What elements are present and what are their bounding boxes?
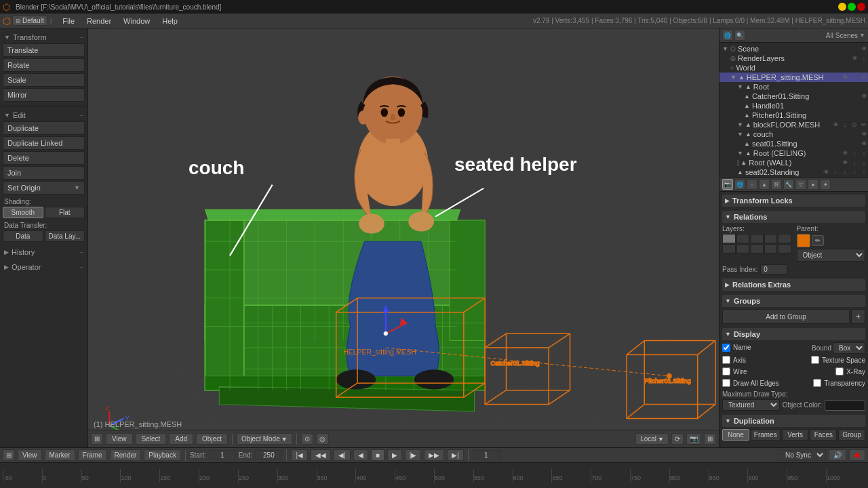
seat01-eye[interactable]: 👁 (860, 140, 868, 147)
close-btn[interactable] (857, 3, 865, 11)
display-header[interactable]: ▼ Display (722, 328, 865, 340)
tree-seat02[interactable]: ▲ seat02.Standing 👁 ↓ ↓ ↓ ↓ (719, 167, 868, 177)
layer-4[interactable] (764, 234, 778, 243)
tl-play-rev-btn[interactable]: ◀ (353, 449, 368, 461)
wire-checkbox[interactable] (722, 367, 730, 375)
tl-view-btn[interactable]: View (18, 449, 42, 461)
tree-root[interactable]: ▼ ▲ Root (719, 82, 868, 92)
bound-dropdown[interactable]: Box (833, 342, 865, 354)
minimize-btn[interactable] (838, 3, 846, 11)
tree-wall[interactable]: | ▲ Root (WALL) 👁 ↓ ↓ (719, 158, 868, 167)
tree-seat01[interactable]: ▲ seat01.Sitting 👁 (719, 139, 868, 148)
transform-locks-header[interactable]: ▶ Transform Locks (722, 195, 865, 207)
start-field[interactable]: 1 (209, 450, 236, 460)
parent-color-swatch[interactable] (797, 234, 810, 247)
prop-icon-render[interactable]: 📷 (722, 179, 733, 190)
parent-dropdown[interactable]: Object (797, 249, 866, 262)
data-lay-btn[interactable]: Data Lay... (45, 230, 85, 242)
floor-restrict3[interactable]: ✏ (860, 121, 868, 128)
viewport[interactable]: T N User Persp (88, 28, 719, 447)
smooth-btn[interactable]: Smooth (3, 207, 43, 218)
layer-5[interactable] (778, 234, 791, 243)
proportional-btn[interactable]: ◎ (316, 433, 329, 445)
prop-icon-data[interactable]: ▽ (795, 179, 806, 190)
layer-7[interactable] (736, 244, 750, 253)
tree-renderlayers[interactable]: ◎ RenderLayers 👁 ↓ (719, 54, 868, 63)
vp-sync-btn[interactable]: ⟳ (671, 433, 684, 445)
prop-icon-modifiers[interactable]: 🔧 (783, 179, 794, 190)
tree-pitcher[interactable]: ▲ Pitcher01.Sitting (719, 110, 868, 120)
rel-extras-header[interactable]: ▶ Relations Extras (722, 279, 865, 291)
tl-skip-start-btn[interactable]: |◀ (291, 449, 308, 461)
mirror-btn[interactable]: Mirror (3, 88, 85, 102)
tl-next-key-btn[interactable]: |▶ (405, 449, 422, 461)
prop-icon-world[interactable]: ○ (747, 179, 757, 190)
wall-restrict2[interactable]: ↓ (860, 159, 868, 166)
tree-couch[interactable]: ▼ ▲ couch 👁 (719, 129, 868, 139)
set-origin-btn[interactable]: Set Origin ▼ (3, 181, 85, 195)
prop-icon-object[interactable]: ▲ (759, 179, 770, 190)
vp-view-btn[interactable]: View (106, 433, 133, 445)
rl-eye[interactable]: 👁 (850, 55, 859, 62)
layer-8[interactable] (750, 244, 764, 253)
pass-index-input[interactable]: 0 (760, 264, 787, 274)
delete-btn[interactable]: Delete (3, 151, 85, 165)
prop-icon-material[interactable]: ● (808, 179, 818, 190)
help-menu[interactable]: Help (157, 16, 183, 26)
ceiling-restrict2[interactable]: ↓ (860, 150, 868, 157)
tl-playback-btn[interactable]: Playback (144, 449, 181, 461)
tl-stop-btn[interactable]: ■ (371, 449, 384, 461)
catcher-eye[interactable]: 👁 (860, 93, 868, 100)
name-checkbox[interactable] (722, 344, 730, 352)
floor-restrict[interactable]: ↓ (841, 121, 849, 128)
tree-world[interactable]: ○ World (719, 63, 868, 73)
tl-play-btn[interactable]: ▶ (387, 449, 402, 461)
layer-6[interactable] (722, 244, 736, 253)
dup-verts-btn[interactable]: Verts (782, 429, 809, 441)
helper-restrict2[interactable]: ⊙ (860, 74, 868, 81)
scale-btn[interactable]: Scale (3, 73, 85, 87)
vp-icon-btn[interactable]: ⊞ (91, 433, 103, 445)
tree-handle[interactable]: ▲ Handle01 (719, 101, 868, 110)
tl-record-btn[interactable]: ⏺ (849, 449, 865, 461)
layer-2[interactable] (736, 234, 750, 243)
prop-icon-constraints[interactable]: ⛓ (771, 179, 782, 190)
seat02-eye[interactable]: 👁 (822, 169, 830, 176)
data-btn[interactable]: Data (3, 230, 43, 242)
seat02-restrict[interactable]: ↓ (831, 169, 840, 176)
seat02-restrict4[interactable]: ↓ (860, 169, 868, 176)
layer-1[interactable] (722, 234, 736, 243)
parent-clear-btn[interactable]: ✏ (812, 235, 824, 246)
groups-header[interactable]: ▼ Groups (722, 295, 865, 307)
dup-faces-btn[interactable]: Faces (810, 429, 837, 441)
flat-btn[interactable]: Flat (45, 207, 85, 218)
rotate-btn[interactable]: Rotate (3, 58, 85, 72)
layout-selector[interactable]: ⊞ Default (12, 16, 47, 26)
transform-section-header[interactable]: ▼ Transform – (3, 31, 85, 43)
prop-icon-particles[interactable]: ✦ (820, 179, 831, 190)
tl-prev-frame-btn[interactable]: ◀◀ (311, 449, 331, 461)
tree-scene[interactable]: ▼ ⬡ Scene 👁 (719, 44, 868, 54)
tl-prev-key-btn[interactable]: ◀| (334, 449, 351, 461)
tl-icon-btn[interactable]: ⊞ (3, 449, 15, 461)
history-header[interactable]: ▶ History – (3, 246, 85, 258)
relations-header[interactable]: ▼ Relations (722, 211, 865, 223)
edit-section-header[interactable]: ▼ Edit – (3, 109, 85, 121)
ceiling-restrict[interactable]: ↓ (850, 150, 859, 157)
prop-icon-scene[interactable]: 🌐 (734, 179, 745, 190)
translate-btn[interactable]: Translate (3, 43, 85, 57)
snap-magnet-btn[interactable]: ⊙ (301, 433, 313, 445)
scene-eye-icon[interactable]: 👁 (860, 45, 868, 52)
layer-10[interactable] (778, 244, 791, 253)
tl-audio-btn[interactable]: 🔊 (829, 449, 846, 461)
layer-9[interactable] (764, 244, 778, 253)
xray-checkbox[interactable] (835, 367, 844, 375)
dae-checkbox[interactable] (722, 379, 730, 387)
rl-restrict[interactable]: ↓ (860, 55, 868, 62)
dup-none-btn[interactable]: None (722, 429, 749, 441)
helper-eye[interactable]: 👁 (841, 74, 849, 81)
operator-header[interactable]: ▶ Operator – (3, 261, 85, 273)
tree-ceiling[interactable]: ▼ ▲ Root (CEILING) 👁 ↓ ↓ (719, 148, 868, 158)
current-frame-field[interactable]: 1 (473, 450, 500, 460)
vp-mode-dropdown[interactable]: Object Mode ▼ (237, 433, 292, 445)
